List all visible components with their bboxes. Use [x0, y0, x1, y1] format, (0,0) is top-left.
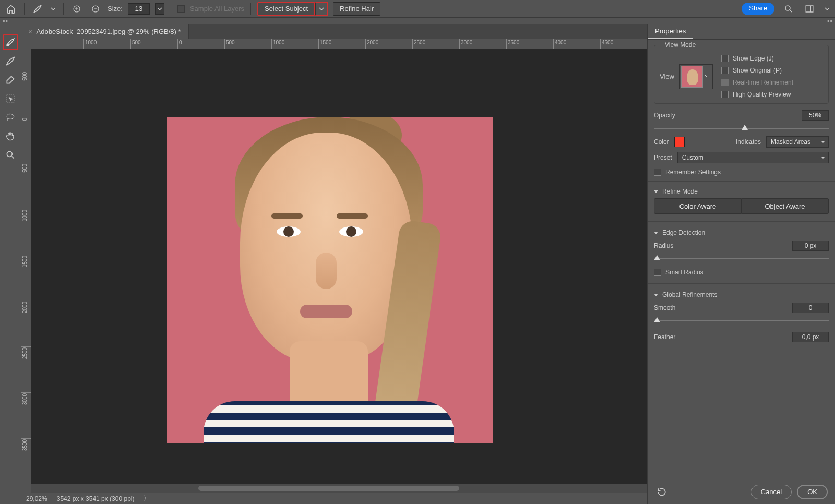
brush-preview-icon[interactable] [31, 2, 44, 16]
view-thumbnail[interactable] [681, 66, 703, 88]
realtime-refinement-checkbox [721, 79, 729, 86]
document-title: AdobeStock_209523491.jpeg @ 29% (RGB/8) … [37, 28, 181, 35]
preset-label: Preset [654, 154, 672, 161]
ok-button[interactable]: OK [797, 485, 828, 499]
document-tabbar: × AdobeStock_209523491.jpeg @ 29% (RGB/8… [21, 24, 647, 39]
canvas[interactable] [167, 117, 493, 443]
color-label: Color [654, 138, 669, 146]
panel-footer: Cancel OK [648, 479, 835, 504]
select-subject-label: Select Subject [265, 5, 308, 13]
opacity-slider[interactable] [654, 125, 829, 132]
cancel-button[interactable]: Cancel [751, 485, 792, 499]
smart-radius-label: Smart Radius [665, 269, 703, 276]
show-edge-checkbox[interactable] [721, 55, 729, 62]
refine-hair-label: Refine Hair [340, 5, 374, 13]
smooth-label: Smooth [654, 304, 675, 311]
zoom-tool[interactable] [3, 147, 18, 163]
size-label: Size: [108, 5, 123, 13]
opacity-label: Opacity [654, 112, 675, 119]
show-original-checkbox[interactable] [721, 67, 729, 74]
feather-value[interactable]: 0,0 px [792, 332, 829, 342]
indicates-label: Indicates [736, 138, 761, 146]
color-aware-button[interactable]: Color Aware [654, 198, 742, 214]
radius-slider[interactable] [654, 255, 829, 262]
size-input[interactable] [128, 3, 150, 15]
status-bar: 29,02% 3542 px x 3541 px (300 ppi) 〉 [21, 493, 647, 504]
color-swatch[interactable] [674, 137, 685, 147]
remember-settings-label: Remember Settings [665, 169, 721, 176]
svg-rect-3 [806, 6, 813, 12]
select-subject-button[interactable]: Select Subject [257, 2, 315, 16]
workspace-switcher-icon[interactable] [803, 2, 816, 16]
smooth-value[interactable]: 0 [792, 303, 829, 313]
preset-dropdown[interactable]: Custom [677, 152, 829, 163]
search-icon[interactable] [782, 2, 795, 16]
document-area: × AdobeStock_209523491.jpeg @ 29% (RGB/8… [21, 24, 647, 504]
realtime-refinement-label: Real-time Refinement [733, 79, 793, 86]
sample-all-layers-checkbox [177, 5, 185, 13]
horizontal-scrollbar[interactable] [31, 484, 647, 493]
edge-detection-section[interactable]: Edge Detection [654, 229, 829, 236]
close-tab-icon[interactable]: × [28, 28, 32, 35]
properties-panel: Properties View Mode View Show Edge (J) … [647, 24, 835, 504]
refine-hair-button[interactable]: Refine Hair [333, 2, 380, 16]
left-toolbar [0, 24, 21, 504]
feather-label: Feather [654, 333, 675, 341]
lasso-tool[interactable] [3, 110, 18, 125]
vertical-ruler[interactable]: 50005001000150020002500300035004000 [21, 49, 31, 484]
expand-left-icon[interactable]: ▸▸ [3, 18, 8, 24]
brush-preset-dropdown[interactable] [50, 2, 57, 16]
radius-label: Radius [654, 242, 673, 249]
smooth-slider[interactable] [654, 317, 829, 325]
view-label: View [660, 73, 674, 80]
global-refinements-section[interactable]: Global Refinements [654, 291, 829, 298]
refine-edge-brush-tool[interactable] [3, 53, 18, 69]
horizontal-ruler[interactable]: 1000500050010001500200025003000350040004… [31, 39, 647, 49]
view-mode-title: View Mode [662, 41, 699, 49]
refine-mode-section[interactable]: Refine Mode [654, 188, 829, 195]
document-tab[interactable]: × AdobeStock_209523491.jpeg @ 29% (RGB/8… [21, 24, 189, 39]
workspace-dropdown-icon[interactable] [824, 2, 831, 16]
hq-preview-label: High Quality Preview [733, 91, 791, 98]
hand-tool[interactable] [3, 128, 18, 144]
canvas-viewport[interactable] [31, 49, 647, 484]
remember-settings-checkbox[interactable] [654, 169, 661, 176]
radius-value[interactable]: 0 px [792, 241, 829, 251]
smart-radius-checkbox[interactable] [654, 269, 661, 276]
properties-tab[interactable]: Properties [648, 24, 693, 39]
add-to-selection-icon[interactable] [70, 2, 84, 16]
view-mode-group: View Mode View Show Edge (J) Show Origin… [654, 45, 829, 104]
svg-point-7 [7, 151, 12, 157]
opacity-value[interactable]: 50% [802, 110, 829, 121]
show-edge-label: Show Edge (J) [733, 55, 774, 62]
sample-all-layers-label: Sample All Layers [190, 5, 244, 13]
object-aware-button[interactable]: Object Aware [742, 198, 829, 214]
svg-point-6 [7, 114, 14, 119]
size-dropdown[interactable] [155, 3, 164, 15]
reset-icon[interactable] [655, 485, 669, 499]
zoom-level[interactable]: 29,02% [26, 495, 47, 502]
status-flyout-icon[interactable]: 〉 [144, 494, 150, 503]
view-dropdown-icon[interactable] [703, 73, 711, 80]
expand-right-icon[interactable]: ◂◂ [827, 18, 832, 24]
refine-mode-segmented: Color Aware Object Aware [654, 198, 829, 214]
portrait-shirt [204, 401, 454, 443]
document-dimensions: 3542 px x 3541 px (300 ppi) [57, 495, 135, 502]
quick-selection-tool[interactable] [3, 34, 18, 50]
svg-point-2 [785, 6, 790, 10]
brush-tool[interactable] [3, 72, 18, 88]
options-bar: Size: Sample All Layers Select Subject R… [0, 0, 835, 18]
home-icon[interactable] [4, 2, 18, 16]
show-original-label: Show Original (P) [733, 67, 782, 74]
svg-point-4 [7, 44, 8, 45]
indicates-dropdown[interactable]: Masked Areas [766, 136, 829, 148]
subtract-from-selection-icon[interactable] [89, 2, 102, 16]
share-button[interactable]: Share [742, 3, 774, 15]
object-selection-tool[interactable] [3, 91, 18, 106]
share-label: Share [749, 4, 767, 12]
expand-strip: ▸▸ ◂◂ [0, 18, 835, 24]
select-subject-dropdown[interactable] [315, 2, 328, 16]
hq-preview-checkbox[interactable] [721, 91, 729, 98]
